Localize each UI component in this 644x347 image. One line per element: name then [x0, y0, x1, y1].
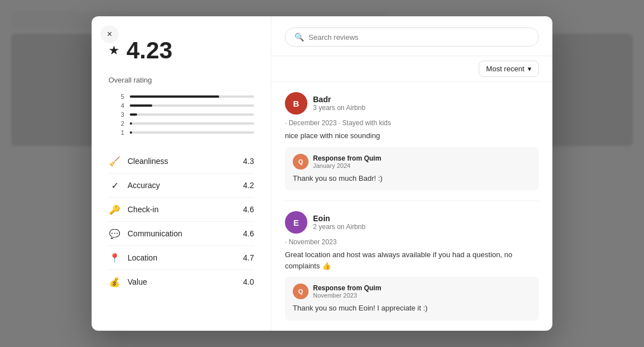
overall-rating-label: Overall rating: [108, 76, 254, 84]
rating-bar-row: 4: [108, 102, 254, 109]
host-avatar: Q: [293, 284, 309, 299]
reviewer-avatar: E: [285, 211, 307, 234]
star-icon: ★: [108, 43, 120, 58]
review-text: nice place with nice sounding: [285, 130, 539, 141]
search-icon: 🔍: [294, 33, 304, 42]
page-background: × ★ 4.23 Overall rating 5 4 3: [0, 0, 644, 347]
category-item: 🧹 Cleanliness 4.3: [108, 149, 254, 174]
bar-fill: [130, 95, 219, 98]
search-bar: 🔍: [285, 28, 539, 47]
bar-label: 5: [108, 93, 124, 100]
sort-chevron-icon: ▾: [528, 65, 532, 73]
category-item: 🔑 Check-in 4.6: [108, 198, 254, 222]
host-response-text: Thank you so much Eoin! I appreciate it …: [293, 303, 531, 314]
category-left: 💰 Value: [108, 276, 147, 288]
host-response-header: Q Response from Quim January 2024: [293, 154, 531, 170]
rating-bars-container: 5 4 3 2 1: [108, 93, 254, 136]
category-score: 4.7: [243, 253, 254, 262]
category-icon: 🔑: [108, 203, 121, 216]
category-item: 📍 Location 4.7: [108, 246, 254, 270]
sort-bar: Most recent ▾: [271, 56, 552, 82]
category-score: 4.6: [243, 229, 254, 238]
bar-track: [130, 131, 254, 134]
category-left: 💬 Communication: [108, 227, 182, 240]
category-left: 🔑 Check-in: [108, 203, 158, 216]
reviewer-name: Eoin: [313, 214, 539, 223]
bar-fill: [130, 122, 132, 125]
rating-bar-row: 5: [108, 93, 254, 100]
category-score: 4.0: [243, 277, 254, 286]
bar-label: 3: [108, 111, 124, 118]
reviewer-info: Eoin 2 years on Airbnb: [313, 214, 539, 231]
host-response-from: Response from Quim: [313, 284, 381, 292]
bar-fill: [130, 104, 152, 107]
right-panel: 🔍 Most recent ▾ B: [271, 16, 552, 331]
review-date: · November 2023: [285, 238, 539, 246]
category-score: 4.3: [243, 157, 254, 166]
category-name: Accuracy: [128, 181, 160, 190]
category-name: Value: [128, 277, 147, 286]
bar-label: 1: [108, 129, 124, 136]
rating-bar-row: 3: [108, 111, 254, 118]
review-item: E Eoin 2 years on Airbnb · November 2023…: [285, 201, 539, 331]
category-icon: 💰: [108, 276, 121, 288]
reviewer-name: Badr: [313, 95, 539, 104]
review-item: B Badr 3 years on Airbnb · December 2023…: [285, 82, 539, 201]
host-response-header: Q Response from Quim November 2023: [293, 284, 531, 299]
bar-fill: [130, 131, 132, 134]
host-response-meta: Response from Quim November 2023: [313, 284, 381, 299]
category-icon: 📍: [108, 252, 121, 264]
reviews-modal: × ★ 4.23 Overall rating 5 4 3: [92, 16, 552, 331]
modal-body: ★ 4.23 Overall rating 5 4 3 2 1: [92, 16, 552, 331]
category-item: 💰 Value 4.0: [108, 270, 254, 294]
modal-overlay: × ★ 4.23 Overall rating 5 4 3: [0, 0, 644, 347]
review-text: Great location and host was always avail…: [285, 249, 539, 271]
overall-rating-value: 4.23: [126, 39, 173, 62]
category-icon: ✓: [108, 179, 121, 191]
category-left: ✓ Accuracy: [108, 179, 160, 191]
reviews-list: B Badr 3 years on Airbnb · December 2023…: [271, 82, 552, 331]
rating-hero: ★ 4.23: [108, 39, 254, 62]
search-bar-wrap: 🔍: [271, 16, 552, 56]
host-response-meta: Response from Quim January 2024: [313, 154, 381, 169]
category-item: ✓ Accuracy 4.2: [108, 174, 254, 198]
review-date: · December 2023 · Stayed with kids: [285, 119, 539, 127]
category-list: 🧹 Cleanliness 4.3 ✓ Accuracy 4.2 🔑 Check…: [108, 149, 254, 294]
category-left: 📍 Location: [108, 252, 157, 264]
category-left: 🧹 Cleanliness: [108, 155, 168, 167]
reviewer-info: Badr 3 years on Airbnb: [313, 95, 539, 112]
host-response-text: Thank you so much Badr! :): [293, 173, 531, 184]
host-response-from: Response from Quim: [313, 154, 381, 162]
reviewer-avatar: B: [285, 92, 307, 115]
host-avatar: Q: [293, 154, 309, 170]
bar-label: 2: [108, 120, 124, 127]
category-name: Cleanliness: [128, 157, 168, 166]
rating-bar-row: 2: [108, 120, 254, 127]
modal-close-button[interactable]: ×: [101, 25, 119, 43]
review-header: B Badr 3 years on Airbnb: [285, 92, 539, 115]
category-score: 4.6: [243, 205, 254, 214]
host-response: Q Response from Quim November 2023 Thank…: [285, 277, 539, 321]
bar-track: [130, 113, 254, 116]
reviewer-meta: 3 years on Airbnb: [313, 104, 539, 112]
review-header: E Eoin 2 years on Airbnb: [285, 211, 539, 234]
reviewer-meta: 2 years on Airbnb: [313, 223, 539, 231]
host-response-date: November 2023: [313, 292, 381, 299]
search-input[interactable]: [309, 33, 529, 42]
bar-track: [130, 95, 254, 98]
category-icon: 🧹: [108, 155, 121, 167]
bar-label: 4: [108, 102, 124, 109]
category-name: Location: [128, 253, 157, 262]
bar-fill: [130, 113, 137, 116]
category-item: 💬 Communication 4.6: [108, 222, 254, 246]
rating-bar-row: 1: [108, 129, 254, 136]
sort-label: Most recent: [486, 65, 524, 73]
bar-track: [130, 104, 254, 107]
bar-track: [130, 122, 254, 125]
category-name: Communication: [128, 229, 182, 238]
left-panel: ★ 4.23 Overall rating 5 4 3 2 1: [92, 16, 271, 331]
category-icon: 💬: [108, 227, 121, 240]
sort-dropdown[interactable]: Most recent ▾: [479, 61, 539, 77]
category-score: 4.2: [243, 181, 254, 190]
host-response-date: January 2024: [313, 162, 381, 169]
